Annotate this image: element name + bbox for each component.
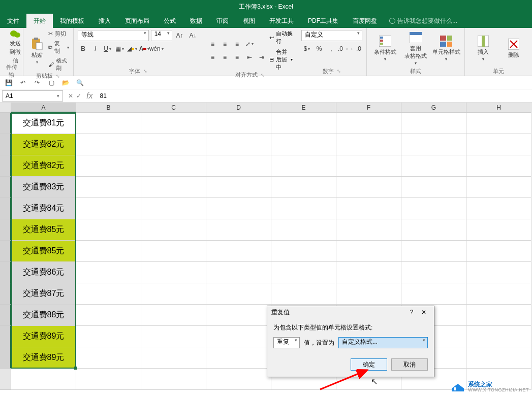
cell-empty[interactable]	[206, 219, 271, 241]
cell-empty[interactable]	[271, 283, 336, 305]
cell-empty[interactable]	[206, 134, 271, 155]
cell-empty[interactable]	[466, 305, 531, 326]
cell-a2[interactable]: 交通费82元	[11, 134, 76, 155]
cell-empty[interactable]	[141, 369, 206, 390]
qat-open-button[interactable]: 📂	[61, 78, 70, 87]
cell-a11[interactable]: 交通费89元	[11, 326, 76, 347]
cell-empty[interactable]	[141, 283, 206, 305]
cell-a4[interactable]: 交通费83元	[11, 177, 76, 198]
cell-empty[interactable]	[206, 305, 271, 326]
qat-new-button[interactable]: ▢	[47, 78, 56, 87]
cell-empty[interactable]	[336, 241, 401, 262]
cell-empty[interactable]	[141, 113, 206, 134]
row-header[interactable]	[0, 326, 11, 347]
paste-button[interactable]: 粘贴▾	[27, 35, 46, 68]
dialog-close-button[interactable]: ✕	[418, 309, 430, 316]
alignment-launcher-icon[interactable]: ⤡	[261, 73, 265, 78]
cell-empty[interactable]	[336, 134, 401, 155]
cell-empty[interactable]	[76, 113, 141, 134]
cell-empty[interactable]	[141, 177, 206, 198]
cell-empty[interactable]	[271, 262, 336, 283]
cell-empty[interactable]	[336, 113, 401, 134]
fill-handle[interactable]	[74, 367, 77, 370]
cell-empty[interactable]	[466, 241, 531, 262]
fx-icon[interactable]: fx	[86, 91, 92, 101]
border-button[interactable]: ▦	[114, 43, 126, 54]
redo-button[interactable]: ↷	[33, 78, 42, 87]
cell-a9[interactable]: 交通费87元	[11, 283, 76, 305]
row-header[interactable]	[0, 134, 11, 155]
cell-empty[interactable]	[466, 219, 531, 241]
row-header[interactable]	[0, 241, 11, 262]
cell-a1[interactable]: 交通费81元	[11, 113, 76, 134]
cell-a12[interactable]: 交通费89元	[11, 347, 76, 369]
cell-empty[interactable]	[141, 134, 206, 155]
phonetic-button[interactable]: wén	[151, 43, 162, 54]
cell-empty[interactable]	[206, 198, 271, 219]
cell-empty[interactable]	[76, 241, 141, 262]
cell-empty[interactable]	[401, 241, 466, 262]
cell-empty[interactable]	[271, 198, 336, 219]
tab-review[interactable]: 审阅	[209, 14, 236, 28]
cell-empty[interactable]	[336, 262, 401, 283]
col-header-g[interactable]: G	[401, 103, 466, 113]
tell-me[interactable]: 告诉我您想要做什么...	[384, 14, 457, 28]
cell-empty[interactable]	[141, 305, 206, 326]
row-header[interactable]	[0, 305, 11, 326]
cut-button[interactable]: ✂剪切	[48, 30, 69, 38]
col-header-a[interactable]: A	[11, 103, 76, 113]
indent-dec-button[interactable]: ⇤	[244, 52, 255, 63]
cell-empty[interactable]	[271, 219, 336, 241]
cell-empty[interactable]	[466, 134, 531, 155]
merge-button[interactable]: ⊟合并后居中▾	[269, 48, 293, 71]
cell-empty[interactable]	[466, 113, 531, 134]
cell-empty[interactable]	[76, 219, 141, 241]
name-box[interactable]: A1	[2, 90, 63, 102]
cell-a8[interactable]: 交通费86元	[11, 262, 76, 283]
decrease-font-button[interactable]: A↓	[187, 30, 199, 41]
row-header[interactable]	[0, 198, 11, 219]
cell-empty[interactable]	[206, 262, 271, 283]
tab-pdf[interactable]: PDF工具集	[301, 14, 346, 28]
cell-empty[interactable]	[401, 283, 466, 305]
insert-button[interactable]: 插入▾	[469, 35, 497, 61]
cell-empty[interactable]	[76, 326, 141, 347]
font-launcher-icon[interactable]: ⤡	[143, 69, 147, 74]
align-right-button[interactable]: ≡	[232, 52, 243, 63]
cell-a7[interactable]: 交通费85元	[11, 241, 76, 262]
align-top-button[interactable]: ≡	[207, 39, 218, 50]
format-select[interactable]: 自定义格式...	[338, 337, 428, 348]
cell-empty[interactable]	[466, 177, 531, 198]
cell-empty[interactable]	[271, 241, 336, 262]
cell-empty[interactable]	[271, 177, 336, 198]
dec-decimal-button[interactable]: ←.0	[350, 43, 361, 54]
align-bottom-button[interactable]: ≡	[232, 39, 243, 50]
tab-dev[interactable]: 开发工具	[262, 14, 301, 28]
col-header-d[interactable]: D	[206, 103, 271, 113]
conditional-format-button[interactable]: 条件格式▾	[371, 35, 399, 61]
cell-empty[interactable]	[206, 241, 271, 262]
col-header-c[interactable]: C	[141, 103, 206, 113]
cell-empty[interactable]	[206, 326, 271, 347]
cell-empty[interactable]	[271, 134, 336, 155]
table-format-button[interactable]: 套用 表格格式▾	[401, 31, 430, 65]
col-header-f[interactable]: F	[336, 103, 401, 113]
cell-empty[interactable]	[76, 283, 141, 305]
cell-empty[interactable]	[466, 262, 531, 283]
row-header[interactable]	[0, 369, 11, 390]
col-header-e[interactable]: E	[271, 103, 336, 113]
wrap-text-button[interactable]: ↩自动换行	[269, 30, 293, 45]
cell-empty[interactable]	[401, 113, 466, 134]
qat-print-button[interactable]: 🔍	[75, 78, 84, 87]
cell-empty[interactable]	[206, 369, 271, 390]
cancel-button[interactable]: 取消	[391, 358, 428, 371]
cell-empty[interactable]	[206, 283, 271, 305]
cell-empty[interactable]	[466, 283, 531, 305]
dialog-help-button[interactable]: ?	[405, 309, 418, 316]
align-center-button[interactable]: ≡	[220, 52, 231, 63]
underline-button[interactable]: U	[102, 43, 113, 54]
cell-empty[interactable]	[76, 177, 141, 198]
cell-empty[interactable]	[76, 134, 141, 155]
cell-a5[interactable]: 交通费84元	[11, 198, 76, 219]
cell-empty[interactable]	[206, 113, 271, 134]
